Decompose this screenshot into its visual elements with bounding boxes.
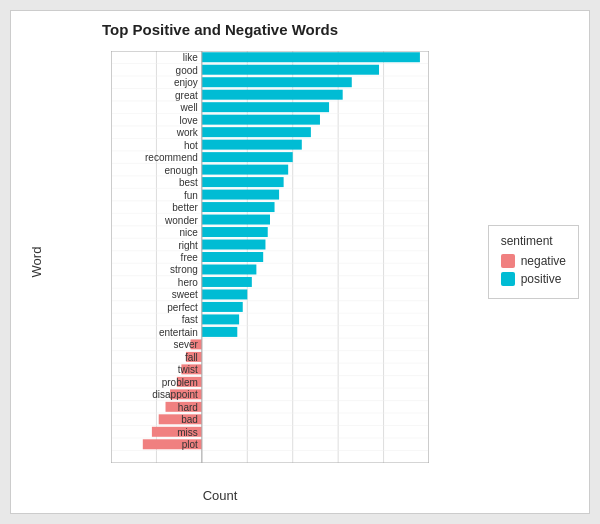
svg-text:twist: twist bbox=[178, 364, 198, 375]
svg-rect-64 bbox=[202, 252, 263, 262]
svg-text:enjoy: enjoy bbox=[174, 77, 198, 88]
svg-text:wonder: wonder bbox=[164, 215, 198, 226]
svg-text:sever: sever bbox=[173, 339, 198, 350]
svg-rect-76 bbox=[202, 302, 243, 312]
svg-rect-25 bbox=[202, 90, 343, 100]
svg-text:fast: fast bbox=[182, 314, 198, 325]
svg-text:great: great bbox=[175, 90, 198, 101]
y-axis-label: Word bbox=[29, 247, 44, 278]
svg-text:best: best bbox=[179, 177, 198, 188]
legend-label-positive: positive bbox=[521, 272, 562, 286]
svg-rect-40 bbox=[202, 152, 293, 162]
svg-text:work: work bbox=[176, 127, 199, 138]
svg-rect-52 bbox=[202, 202, 275, 212]
svg-text:perfect: perfect bbox=[167, 302, 198, 313]
svg-text:problem: problem bbox=[162, 377, 198, 388]
svg-text:good: good bbox=[176, 65, 198, 76]
svg-text:like: like bbox=[183, 52, 198, 63]
chart-title: Top Positive and Negative Words bbox=[11, 21, 429, 38]
svg-rect-19 bbox=[202, 65, 379, 75]
svg-rect-67 bbox=[202, 264, 257, 274]
svg-text:better: better bbox=[172, 202, 198, 213]
legend-color-positive bbox=[501, 272, 515, 286]
legend: sentiment negative positive bbox=[488, 225, 579, 299]
svg-rect-46 bbox=[202, 177, 284, 187]
svg-text:free: free bbox=[181, 252, 199, 263]
svg-rect-70 bbox=[202, 277, 252, 287]
svg-rect-61 bbox=[202, 240, 266, 250]
svg-text:well: well bbox=[180, 102, 198, 113]
svg-text:hot: hot bbox=[184, 140, 198, 151]
svg-rect-113 bbox=[111, 51, 429, 463]
svg-rect-55 bbox=[202, 215, 270, 225]
plot-area: -2K-1K01K2K3K4K5Klikegoodenjoygreatwelll… bbox=[111, 51, 429, 463]
svg-text:nice: nice bbox=[179, 227, 198, 238]
legend-item-positive: positive bbox=[501, 272, 566, 286]
svg-rect-43 bbox=[202, 165, 288, 175]
svg-text:entertain: entertain bbox=[159, 327, 198, 338]
svg-rect-49 bbox=[202, 190, 279, 200]
svg-text:disappoint: disappoint bbox=[152, 389, 198, 400]
svg-text:fun: fun bbox=[184, 190, 198, 201]
svg-text:hard: hard bbox=[178, 402, 198, 413]
legend-label-negative: negative bbox=[521, 254, 566, 268]
svg-text:plot: plot bbox=[182, 439, 198, 450]
svg-rect-34 bbox=[202, 127, 311, 137]
svg-rect-58 bbox=[202, 227, 268, 237]
legend-color-negative bbox=[501, 254, 515, 268]
svg-rect-37 bbox=[202, 140, 302, 150]
svg-text:bad: bad bbox=[181, 414, 198, 425]
chart-container: Top Positive and Negative Words Word Cou… bbox=[10, 10, 590, 514]
svg-text:miss: miss bbox=[177, 427, 198, 438]
svg-rect-16 bbox=[202, 52, 420, 62]
svg-text:fall: fall bbox=[185, 352, 198, 363]
svg-text:strong: strong bbox=[170, 264, 198, 275]
svg-text:love: love bbox=[179, 115, 198, 126]
svg-text:recommend: recommend bbox=[145, 152, 198, 163]
svg-rect-31 bbox=[202, 115, 320, 125]
svg-rect-73 bbox=[202, 289, 247, 299]
svg-text:right: right bbox=[178, 240, 198, 251]
svg-text:enough: enough bbox=[164, 165, 197, 176]
legend-item-negative: negative bbox=[501, 254, 566, 268]
svg-text:hero: hero bbox=[178, 277, 198, 288]
svg-rect-82 bbox=[202, 327, 237, 337]
svg-rect-79 bbox=[202, 314, 239, 324]
legend-title: sentiment bbox=[501, 234, 566, 248]
svg-rect-28 bbox=[202, 102, 329, 112]
svg-text:sweet: sweet bbox=[172, 289, 198, 300]
x-axis-label: Count bbox=[11, 488, 429, 503]
chart-svg: -2K-1K01K2K3K4K5Klikegoodenjoygreatwelll… bbox=[111, 51, 429, 463]
svg-rect-22 bbox=[202, 77, 352, 87]
